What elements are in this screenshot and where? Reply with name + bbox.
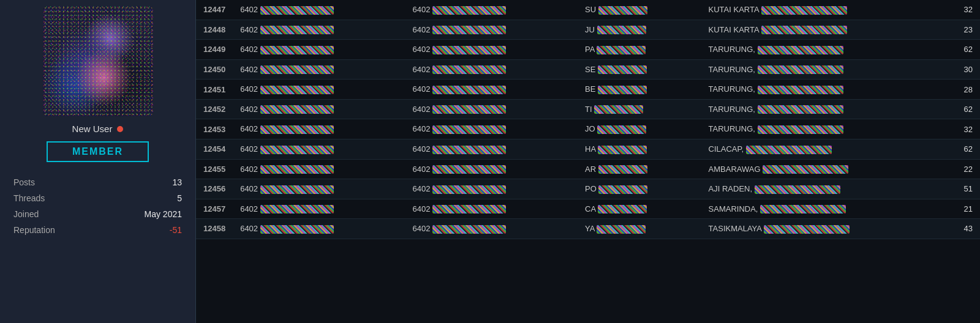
redacted-col2 [432, 185, 506, 194]
col4: CILACAP, [701, 139, 949, 159]
redacted-col2 [432, 86, 506, 94]
col1: 6402 [233, 219, 405, 239]
member-badge: MEMBER [47, 141, 149, 162]
redacted-col3 [598, 165, 647, 174]
redacted-col4 [758, 65, 843, 74]
reputation-label: Reputation [12, 222, 102, 238]
col3: TI [578, 99, 701, 119]
username: New User [72, 124, 113, 134]
posts-label: Posts [12, 174, 102, 190]
col4: AMBARAWAG [701, 159, 949, 179]
redacted-col3 [598, 205, 647, 213]
col2: 6402 [405, 119, 578, 139]
row-id: 12453 [196, 119, 233, 139]
row-id: 12452 [196, 99, 233, 119]
table-row: 12453 6402 6402 JO TARURUNG, 32 [196, 119, 980, 139]
col1: 6402 [233, 20, 405, 40]
col1: 6402 [233, 80, 405, 100]
redacted-col1 [260, 185, 334, 194]
redacted-col2 [432, 146, 506, 154]
stats-table: Posts 13 Threads 5 Joined May 2021 Reput… [12, 174, 183, 238]
redacted-col4 [758, 105, 843, 114]
redacted-col4 [755, 185, 840, 194]
redacted-col4 [760, 205, 846, 213]
redacted-col4 [764, 225, 850, 234]
redacted-col1 [260, 26, 334, 34]
posts-row: Posts 13 [12, 174, 183, 190]
table-row: 12456 6402 6402 PO AJI RADEN, 51 [196, 179, 980, 199]
col4: KUTAI KARTA [701, 20, 949, 40]
redacted-col1 [260, 225, 334, 234]
redacted-col3 [597, 26, 646, 34]
redacted-col1 [260, 6, 334, 15]
col4: TARURUNG, [701, 59, 949, 80]
joined-value: May 2021 [102, 206, 183, 222]
col2: 6402 [405, 59, 578, 80]
avatar [43, 6, 153, 116]
col3: PO [578, 179, 701, 199]
row-id: 12451 [196, 80, 233, 100]
redacted-col2 [432, 105, 506, 114]
redacted-col3 [597, 125, 646, 134]
col-num: 51 [949, 179, 980, 199]
col1: 6402 [233, 159, 405, 179]
joined-label: Joined [12, 206, 102, 222]
col3: SE [578, 59, 701, 80]
col4: TARURUNG, [701, 99, 949, 119]
col-num: 43 [949, 219, 980, 239]
col3: YA [578, 219, 701, 239]
col-num: 32 [949, 119, 980, 139]
col-num: 28 [949, 80, 980, 100]
col2: 6402 [405, 80, 578, 100]
redacted-col1 [260, 205, 334, 213]
row-id: 12455 [196, 159, 233, 179]
redacted-col2 [432, 46, 506, 54]
col1: 6402 [233, 0, 405, 20]
row-id: 12448 [196, 20, 233, 40]
col3: SU [578, 0, 701, 20]
col3: PA [578, 40, 701, 60]
col1: 6402 [233, 179, 405, 199]
redacted-col2 [432, 6, 506, 15]
table-row: 12451 6402 6402 BE TARURUNG, 28 [196, 80, 980, 100]
col2: 6402 [405, 99, 578, 119]
data-table: 12447 6402 6402 SU KUTAI KARTA 32 12448 … [196, 0, 980, 239]
col-num: 62 [949, 139, 980, 159]
col3: JU [578, 20, 701, 40]
col-num: 23 [949, 20, 980, 40]
col3: HA [578, 139, 701, 159]
col-num: 62 [949, 99, 980, 119]
redacted-col4 [761, 26, 847, 34]
redacted-col1 [260, 146, 334, 154]
col1: 6402 [233, 59, 405, 80]
redacted-col3 [598, 146, 647, 154]
redacted-col1 [260, 105, 334, 114]
threads-row: Threads 5 [12, 190, 183, 206]
col4: AJI RADEN, [701, 179, 949, 199]
col-num: 22 [949, 159, 980, 179]
col2: 6402 [405, 199, 578, 219]
col4: TARURUNG, [701, 40, 949, 60]
col4: TARURUNG, [701, 80, 949, 100]
redacted-col4 [758, 86, 843, 94]
posts-value: 13 [102, 174, 183, 190]
online-indicator [117, 126, 123, 132]
col1: 6402 [233, 99, 405, 119]
row-id: 12450 [196, 59, 233, 80]
col-num: 32 [949, 0, 980, 20]
redacted-col1 [260, 125, 334, 134]
table-row: 12447 6402 6402 SU KUTAI KARTA 32 [196, 0, 980, 20]
row-id: 12454 [196, 139, 233, 159]
redacted-col1 [260, 165, 334, 174]
redacted-col4 [761, 6, 847, 15]
redacted-col2 [432, 26, 506, 34]
col4: SAMARINDA, [701, 199, 949, 219]
col3: AR [578, 159, 701, 179]
col2: 6402 [405, 0, 578, 20]
redacted-col4 [758, 46, 843, 54]
redacted-col4 [763, 165, 848, 174]
main-content: 12447 6402 6402 SU KUTAI KARTA 32 12448 … [196, 0, 980, 323]
col3: BE [578, 80, 701, 100]
col4: TARURUNG, [701, 119, 949, 139]
row-id: 12456 [196, 179, 233, 199]
